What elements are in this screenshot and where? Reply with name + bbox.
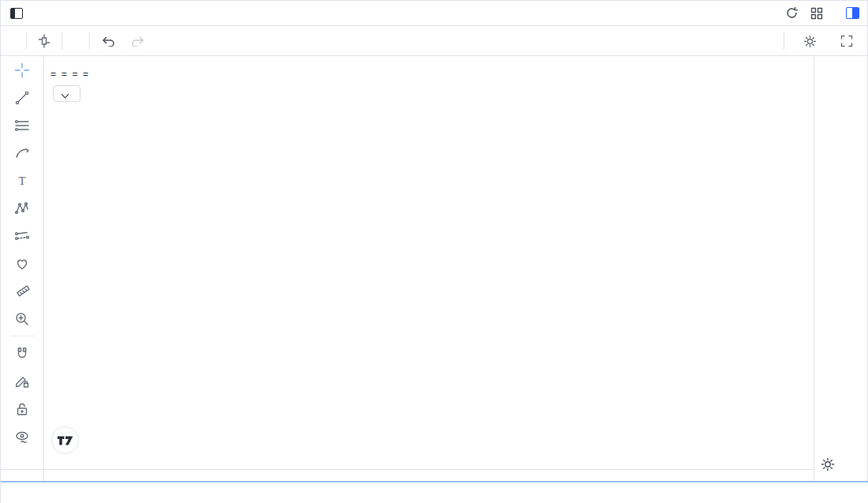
trend-line-tool[interactable] — [7, 84, 37, 111]
timeframe-bar — [1, 482, 868, 503]
fib-retracement-tool[interactable] — [7, 111, 37, 139]
indicators-button[interactable] — [65, 37, 86, 45]
theme-brightness-icon[interactable] — [821, 457, 835, 475]
measure-ruler-tool[interactable] — [7, 277, 37, 305]
watchlist-panel-icon[interactable] — [10, 8, 23, 19]
tradingview-logo[interactable] — [51, 426, 79, 454]
refresh-icon[interactable] — [784, 6, 799, 21]
toolbar-separator — [784, 32, 784, 50]
toolbar-separator — [89, 32, 90, 50]
lock-all-drawings-tool[interactable] — [7, 395, 37, 422]
emoji-heart-tool[interactable] — [7, 250, 37, 277]
svg-text:T: T — [18, 175, 25, 187]
chart-toolbar — [1, 27, 867, 56]
candlestick-style-icon — [38, 34, 51, 48]
text-tool[interactable]: T — [7, 167, 37, 194]
brush-tool[interactable] — [7, 139, 37, 167]
undo-button[interactable] — [93, 32, 123, 51]
header — [1, 1, 867, 26]
candlestick-chart[interactable] — [44, 56, 814, 469]
chart-window: T = = = — [0, 0, 868, 503]
hide-drawings-tool[interactable] — [7, 422, 37, 450]
forecast-tool[interactable] — [7, 222, 37, 250]
fullscreen-button[interactable] — [832, 31, 861, 51]
last-price-badge — [816, 56, 866, 70]
magnet-mode-tool[interactable] — [7, 340, 37, 367]
right-panel-toggle-icon[interactable] — [846, 7, 859, 19]
zoom-in-tool[interactable] — [7, 305, 37, 332]
toolbar-separator — [26, 32, 27, 50]
drawing-mode-lock-tool[interactable] — [7, 367, 37, 395]
price-axis[interactable] — [814, 56, 868, 482]
chart-canvas — [44, 56, 814, 469]
chevron-down-icon — [62, 91, 69, 97]
xabcd-pattern-tool[interactable] — [7, 194, 37, 222]
sidebar-separator — [10, 336, 34, 336]
indicator-collapse-button[interactable] — [53, 85, 80, 102]
gear-icon — [803, 35, 817, 48]
ohlc-legend: = = = = — [51, 69, 88, 80]
redo-button[interactable] — [123, 32, 153, 51]
chart-settings-button[interactable] — [795, 31, 825, 52]
toolbar-separator — [62, 32, 62, 50]
interval-button[interactable] — [7, 37, 23, 45]
chart-style-button[interactable] — [30, 30, 58, 52]
fullscreen-icon — [840, 35, 853, 47]
drawing-toolbar: T — [1, 56, 44, 482]
grid-layout-icon[interactable] — [810, 6, 824, 21]
crosshair-tool[interactable] — [7, 56, 37, 84]
